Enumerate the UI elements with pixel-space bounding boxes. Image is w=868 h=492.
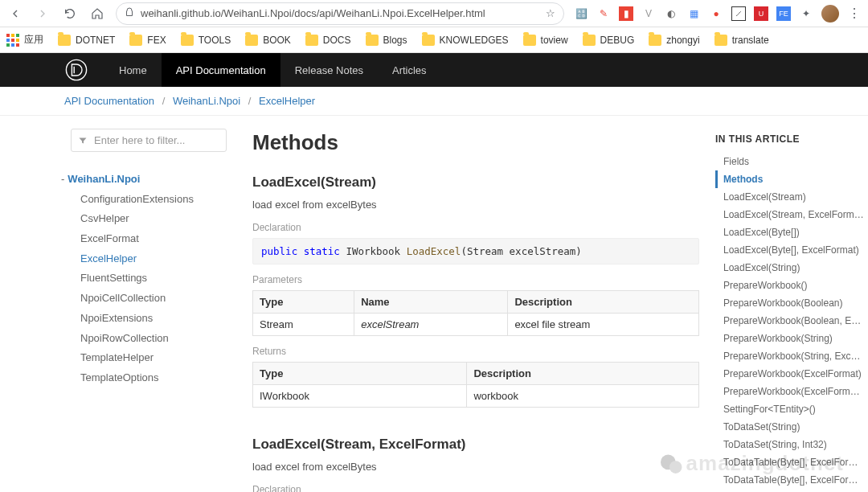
- toc-link[interactable]: ToDataSet(String, Int32): [715, 436, 865, 453]
- toc-link[interactable]: PrepareWorkbook(Boolean, ExcelSettings): [715, 312, 865, 330]
- bookmark-label: FEX: [147, 35, 166, 46]
- ext-icon[interactable]: ◐: [664, 6, 678, 21]
- folder-icon: [129, 35, 142, 46]
- toc-link[interactable]: LoadExcel(Stream, ExcelFormat): [715, 206, 865, 223]
- bookmark-folder[interactable]: DOTNET: [58, 35, 115, 46]
- declaration-label: Declaration: [252, 484, 699, 492]
- toc-link[interactable]: LoadExcel(String): [715, 259, 865, 277]
- toc-link[interactable]: SettingFor<TEntity>(): [715, 400, 865, 418]
- toc-link[interactable]: PrepareWorkbook(String): [715, 330, 865, 347]
- sidebar: Enter here to filter... -WeihanLi.Npoi C…: [61, 116, 236, 492]
- bookmark-folder[interactable]: FEX: [129, 35, 166, 46]
- toc-link[interactable]: Methods: [715, 170, 865, 188]
- ext-icon[interactable]: FE: [776, 6, 791, 21]
- home-button[interactable]: [88, 5, 106, 23]
- breadcrumb-link[interactable]: ExcelHelper: [259, 95, 315, 107]
- bookmark-label: zhongyi: [666, 35, 699, 46]
- method-desc: load excel from excelBytes: [252, 461, 699, 473]
- browser-toolbar: weihanli.github.io/WeihanLi.Npoi/docs/ap…: [0, 0, 868, 27]
- ext-icon[interactable]: ✎: [596, 6, 611, 21]
- site-logo[interactable]: [64, 58, 88, 82]
- reload-button[interactable]: [61, 5, 79, 23]
- breadcrumb-sep: /: [162, 95, 166, 107]
- returns-table: TypeDescription IWorkbookworkbook: [252, 362, 699, 408]
- bookmark-folder[interactable]: translate: [714, 35, 769, 46]
- ext-icon[interactable]: ▦: [686, 6, 701, 21]
- ext-icon[interactable]: ●: [709, 6, 723, 21]
- ext-icon[interactable]: U: [754, 6, 768, 21]
- toc-link[interactable]: LoadExcel(Byte[]): [715, 223, 865, 241]
- ext-icon[interactable]: V: [641, 6, 656, 21]
- bookmark-folder[interactable]: toview: [523, 35, 568, 46]
- bookmark-folder[interactable]: KNOWLEDGES: [422, 35, 509, 46]
- bookmark-label: toview: [541, 35, 568, 46]
- nav-item[interactable]: Home: [104, 53, 162, 87]
- filter-input[interactable]: Enter here to filter...: [71, 129, 227, 152]
- apps-button[interactable]: 应用: [6, 33, 43, 47]
- address-bar[interactable]: weihanli.github.io/WeihanLi.Npoi/docs/ap…: [116, 2, 564, 25]
- breadcrumb: API Documentation / WeihanLi.Npoi / Exce…: [0, 87, 868, 116]
- folder-icon: [714, 35, 727, 46]
- folder-icon: [245, 35, 258, 46]
- bookmark-label: DOCS: [323, 35, 351, 46]
- bookmark-folder[interactable]: DOCS: [305, 35, 351, 46]
- url-text: weihanli.github.io/WeihanLi.Npoi/docs/ap…: [141, 7, 485, 19]
- tree-item[interactable]: NpoiExtensions: [71, 309, 227, 329]
- avatar[interactable]: [821, 5, 839, 23]
- ext-icon[interactable]: ⟋: [731, 6, 746, 21]
- tree-root[interactable]: -WeihanLi.Npoi: [61, 170, 227, 190]
- bookmark-label: DOTNET: [76, 35, 115, 46]
- bookmark-folder[interactable]: BOOK: [245, 35, 291, 46]
- kebab-menu-icon[interactable]: ⋮: [847, 6, 862, 21]
- toc-link[interactable]: PrepareWorkbook(Boolean): [715, 294, 865, 312]
- toc-link[interactable]: LoadExcel(Stream): [715, 188, 865, 206]
- tree-item[interactable]: NpoiRowCollection: [71, 329, 227, 349]
- bookmark-label: translate: [732, 35, 769, 46]
- toc-link[interactable]: ToDataSet(String): [715, 418, 865, 436]
- back-button[interactable]: [6, 5, 24, 23]
- tree-item[interactable]: CsvHelper: [71, 209, 227, 229]
- apps-icon: [6, 34, 19, 47]
- tree-item[interactable]: NpoiCellCollection: [71, 289, 227, 309]
- bookmark-folder[interactable]: zhongyi: [649, 35, 699, 46]
- breadcrumb-link[interactable]: API Documentation: [64, 95, 154, 107]
- tree-item[interactable]: ExcelFormat: [71, 229, 227, 249]
- caret-icon: -: [61, 173, 64, 185]
- puzzle-icon[interactable]: ✦: [799, 6, 813, 21]
- bookmarks-bar: 应用 DOTNETFEXTOOLSBOOKDOCSBlogsKNOWLEDGES…: [0, 27, 868, 53]
- bookmark-label: DEBUG: [600, 35, 635, 46]
- toc-link[interactable]: Fields: [715, 153, 865, 170]
- bookmark-folder[interactable]: TOOLS: [181, 35, 231, 46]
- toc-link[interactable]: ToDataTable(Byte[], ExcelFormat): [715, 453, 865, 471]
- star-icon[interactable]: ☆: [546, 7, 555, 19]
- toc-link[interactable]: ToDataTable(Byte[], ExcelFormat, Int32): [715, 471, 865, 489]
- ext-icon[interactable]: ▮: [619, 6, 633, 21]
- folder-icon: [366, 35, 379, 46]
- bookmark-folder[interactable]: DEBUG: [583, 35, 635, 46]
- tree-item[interactable]: TemplateHelper: [71, 348, 227, 368]
- toc: IN THIS ARTICLE FieldsMethodsLoadExcel(S…: [715, 116, 868, 492]
- nav-item[interactable]: Articles: [378, 53, 441, 87]
- parameters-label: Parameters: [252, 274, 699, 285]
- folder-icon: [305, 35, 318, 46]
- nav-item[interactable]: API Documentation: [162, 53, 280, 87]
- tree-item[interactable]: ExcelHelper: [71, 249, 227, 269]
- ext-icon[interactable]: 🔠: [574, 6, 588, 21]
- method-heading: LoadExcel(Stream): [252, 174, 699, 191]
- nav-item[interactable]: Release Notes: [280, 53, 378, 87]
- toc-link[interactable]: LoadExcel(Byte[], ExcelFormat): [715, 241, 865, 259]
- page-title: Methods: [252, 130, 699, 155]
- toc-link[interactable]: PrepareWorkbook(ExcelFormat): [715, 365, 865, 383]
- tree-item[interactable]: ConfigurationExtensions: [71, 190, 227, 210]
- folder-icon: [649, 35, 661, 46]
- forward-button[interactable]: [34, 5, 51, 23]
- toc-link[interactable]: PrepareWorkbook(): [715, 277, 865, 294]
- bookmark-folder[interactable]: Blogs: [366, 35, 407, 46]
- method-heading: LoadExcel(Stream, ExcelFormat): [252, 437, 699, 453]
- toc-link[interactable]: ToDataTable(Byte[], ExcelFormat, Int32, …: [715, 489, 865, 492]
- tree-item[interactable]: TemplateOptions: [71, 368, 227, 388]
- breadcrumb-link[interactable]: WeihanLi.Npoi: [173, 95, 240, 107]
- toc-link[interactable]: PrepareWorkbook(ExcelFormat, ExcelSettin…: [715, 383, 865, 400]
- tree-item[interactable]: FluentSettings: [71, 269, 227, 289]
- toc-link[interactable]: PrepareWorkbook(String, ExcelSetting): [715, 347, 865, 365]
